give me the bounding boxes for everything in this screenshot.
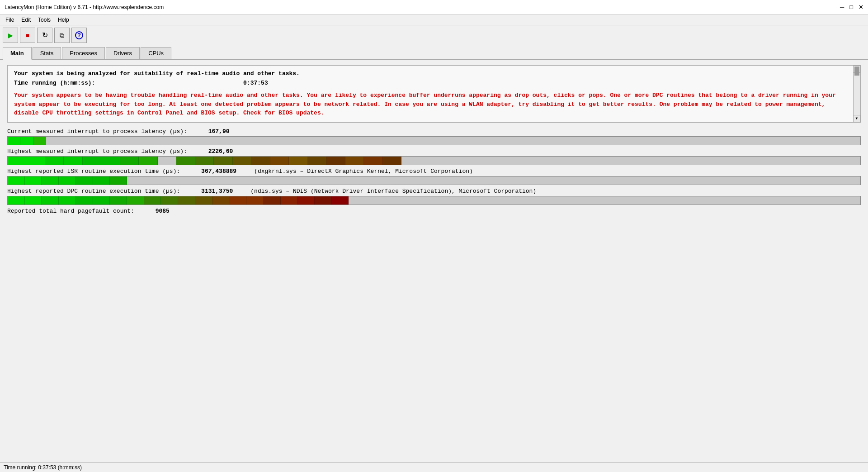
play-icon xyxy=(8,31,13,39)
toolbar: ? xyxy=(0,25,868,45)
status-bar: Time running: 0:37:53 (h:mm:ss) xyxy=(0,462,868,472)
warning-text: Your system appears to be having trouble… xyxy=(14,91,845,118)
isr-bar xyxy=(7,176,861,185)
tab-bar: Main Stats Processes Drivers CPUs xyxy=(0,45,868,60)
window-controls: ─ □ ✕ xyxy=(840,4,863,10)
dpc-bar xyxy=(7,196,861,205)
status-line: Your system is being analyzed for suitab… xyxy=(14,70,845,77)
metric-current-latency-label: Current measured interrupt to process la… xyxy=(7,128,861,135)
time-label: Time running (h:mm:ss): xyxy=(14,80,240,86)
metric-pagefault: Reported total hard pagefault count: 908… xyxy=(7,208,861,215)
current-latency-bar xyxy=(7,136,861,145)
status-bar-text: Time running: 0:37:53 (h:mm:ss) xyxy=(4,464,82,471)
scrollbar[interactable]: ▲ ▼ xyxy=(853,66,860,122)
stop-icon xyxy=(26,31,29,39)
tab-main[interactable]: Main xyxy=(3,47,32,60)
metrics-section: Current measured interrupt to process la… xyxy=(7,128,861,215)
menu-edit[interactable]: Edit xyxy=(18,16,34,24)
warning-area: Your system is being analyzed for suitab… xyxy=(7,65,861,123)
app-title: LatencyMon (Home Edition) v 6.71 - http:… xyxy=(5,4,164,10)
play-button[interactable] xyxy=(3,28,18,43)
highest-interrupt-bar xyxy=(7,156,861,165)
minimize-button[interactable]: ─ xyxy=(840,4,844,10)
tab-processes[interactable]: Processes xyxy=(62,47,105,59)
menu-tools[interactable]: Tools xyxy=(34,16,54,24)
scrollbar-thumb[interactable] xyxy=(854,67,859,76)
metric-isr-label: Highest reported ISR routine execution t… xyxy=(7,168,861,175)
maximize-button[interactable]: □ xyxy=(849,4,853,10)
tab-drivers[interactable]: Drivers xyxy=(106,47,140,59)
menu-file[interactable]: File xyxy=(2,16,18,24)
menu-help[interactable]: Help xyxy=(54,16,73,24)
tab-cpus[interactable]: CPUs xyxy=(141,47,171,59)
metric-pagefault-label: Reported total hard pagefault count: 908… xyxy=(7,208,861,215)
metric-dpc-label: Highest reported DPC routine execution t… xyxy=(7,188,861,195)
metric-isr: Highest reported ISR routine execution t… xyxy=(7,168,861,185)
menu-bar: File Edit Tools Help xyxy=(0,14,868,25)
time-value: 0:37:53 xyxy=(243,80,268,86)
help-icon: ? xyxy=(75,31,83,39)
time-running: Time running (h:mm:ss): 0:37:53 xyxy=(14,80,845,86)
copy-button[interactable] xyxy=(54,28,70,43)
metric-highest-interrupt: Highest measured interrupt to process la… xyxy=(7,148,861,165)
stop-button[interactable] xyxy=(20,28,35,43)
help-button[interactable]: ? xyxy=(71,28,87,43)
metric-highest-interrupt-label: Highest measured interrupt to process la… xyxy=(7,148,861,155)
tab-stats[interactable]: Stats xyxy=(33,47,61,59)
scroll-down-arrow[interactable]: ▼ xyxy=(853,115,860,122)
copy-icon xyxy=(60,31,64,39)
metric-dpc: Highest reported DPC routine execution t… xyxy=(7,188,861,205)
main-content: Your system is being analyzed for suitab… xyxy=(0,60,868,462)
title-bar: LatencyMon (Home Edition) v 6.71 - http:… xyxy=(0,0,868,14)
refresh-button[interactable] xyxy=(37,28,52,43)
metric-current-latency: Current measured interrupt to process la… xyxy=(7,128,861,145)
close-button[interactable]: ✕ xyxy=(859,4,863,10)
refresh-icon xyxy=(42,31,48,39)
